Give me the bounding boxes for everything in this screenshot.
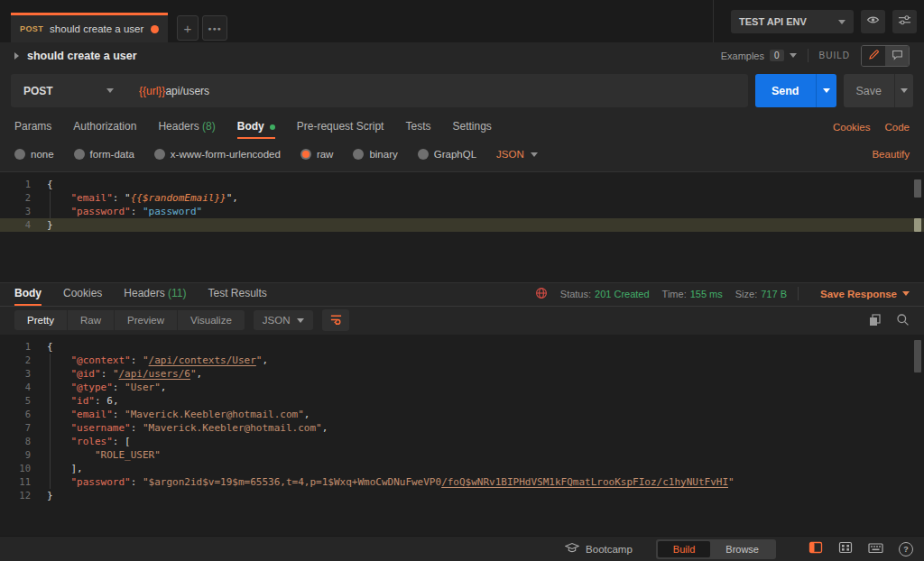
- code-line[interactable]: 7 "username": "Maverick.Keebler@hotmail.…: [0, 421, 924, 435]
- line-number: 3: [0, 205, 43, 218]
- caret-right-icon[interactable]: [14, 52, 19, 60]
- response-tab-headers[interactable]: Headers (11): [124, 282, 186, 306]
- scrollbar-thumb[interactable]: [914, 340, 921, 372]
- body-mode-label: x-www-form-urlencoded: [171, 149, 281, 160]
- request-tabs: ParamsAuthorizationHeaders (8)BodyPre-re…: [14, 115, 513, 139]
- url-path: api/users: [165, 85, 209, 97]
- request-tab-params[interactable]: Params: [14, 115, 51, 139]
- shortcuts-keyboard-icon[interactable]: [868, 541, 883, 557]
- request-tab-pre-request-script[interactable]: Pre-request Script: [297, 115, 384, 139]
- code-line[interactable]: 1{: [0, 178, 924, 191]
- code-line[interactable]: 11 "password": "$argon2id$v=19$m=65536,t…: [0, 475, 924, 489]
- request-tab-tests[interactable]: Tests: [405, 115, 430, 139]
- request-tab-headers[interactable]: Headers (8): [158, 115, 215, 139]
- edit-mode-button[interactable]: [862, 46, 885, 66]
- radio-icon: [300, 149, 311, 160]
- method-selector[interactable]: POST: [11, 85, 126, 97]
- code-content: {: [43, 178, 53, 191]
- environment-settings-button[interactable]: [892, 10, 917, 33]
- chevron-down-icon[interactable]: [790, 53, 797, 58]
- radio-icon: [418, 149, 429, 160]
- beautify-link[interactable]: Beautify: [872, 149, 910, 160]
- code-line[interactable]: 1{: [0, 340, 924, 354]
- bootcamp-button[interactable]: Bootcamp: [565, 542, 633, 556]
- code-line[interactable]: 2 "email": "{{$randomEmail}}",: [0, 191, 924, 205]
- scrollbar-thumb[interactable]: [914, 179, 921, 198]
- body-mode-raw[interactable]: raw: [300, 149, 334, 160]
- view-tab-raw[interactable]: Raw: [68, 310, 115, 330]
- cookies-link[interactable]: Cookies: [833, 122, 871, 133]
- request-tab[interactable]: POST should create a user: [11, 13, 168, 42]
- view-tab-pretty[interactable]: Pretty: [14, 310, 68, 330]
- request-tab-body[interactable]: Body: [237, 115, 275, 139]
- body-mode-label: binary: [369, 149, 397, 160]
- response-body-editor[interactable]: 1{2 "@context": "/api/contexts/User",3 "…: [0, 335, 924, 542]
- request-body-editor[interactable]: 1{2 "email": "{{$randomEmail}}",3 "passw…: [0, 171, 924, 283]
- url-input[interactable]: {{url}}api/users: [139, 85, 209, 97]
- code-line[interactable]: 3 "password": "password": [0, 205, 924, 218]
- response-tab-test-results[interactable]: Test Results: [208, 282, 267, 306]
- code-content: "email": "Maverick.Keebler@hotmail.com",: [43, 408, 310, 421]
- request-tab-settings[interactable]: Settings: [452, 115, 491, 139]
- browse-toggle-button[interactable]: Browse: [710, 541, 774, 557]
- send-button[interactable]: Send: [755, 74, 816, 107]
- tab-label: Headers: [124, 287, 164, 299]
- language-label: JSON: [496, 149, 524, 160]
- help-icon[interactable]: ?: [899, 542, 913, 556]
- save-button[interactable]: Save: [844, 74, 895, 107]
- two-pane-layout-icon[interactable]: [808, 541, 823, 557]
- panes-grid-icon[interactable]: [838, 541, 853, 557]
- code-line[interactable]: 4 "@type": "User",: [0, 381, 924, 394]
- body-mode-binary[interactable]: binary: [353, 149, 397, 160]
- environment-selector[interactable]: TEST API ENV: [731, 10, 854, 33]
- body-mode-label: GraphQL: [434, 149, 476, 160]
- examples-dropdown[interactable]: Examples: [721, 51, 764, 61]
- code-line[interactable]: 5 "id": 6,: [0, 394, 924, 408]
- code-link[interactable]: Code: [885, 122, 910, 133]
- more-tabs-button[interactable]: ●●●: [202, 15, 227, 41]
- response-tab-body[interactable]: Body: [14, 282, 42, 306]
- response-tab-cookies[interactable]: Cookies: [63, 282, 102, 306]
- response-language-selector[interactable]: JSON: [254, 310, 314, 330]
- comment-button[interactable]: [885, 46, 909, 66]
- code-content: "@id": "/api/users/6",: [43, 367, 202, 381]
- language-selector[interactable]: JSON: [496, 149, 538, 160]
- body-mode-graphql[interactable]: GraphQL: [418, 149, 476, 160]
- network-status-icon[interactable]: [535, 287, 548, 301]
- body-mode-x-www-form-urlencoded[interactable]: x-www-form-urlencoded: [154, 149, 281, 160]
- tab-label: Body: [14, 287, 42, 299]
- topbar-divider: [713, 0, 714, 42]
- code-line[interactable]: 10 ],: [0, 462, 924, 475]
- environment-quick-look-button[interactable]: [861, 10, 885, 33]
- request-tab-authorization[interactable]: Authorization: [73, 115, 136, 139]
- search-icon[interactable]: [896, 313, 910, 328]
- view-tab-preview[interactable]: Preview: [115, 310, 178, 330]
- code-line[interactable]: 2 "@context": "/api/contexts/User",: [0, 354, 924, 367]
- save-options-button[interactable]: [894, 74, 913, 107]
- code-line[interactable]: 12}: [0, 489, 924, 502]
- build-toggle-button[interactable]: Build: [658, 541, 710, 557]
- line-number: 1: [0, 178, 43, 191]
- code-line[interactable]: 4}: [0, 218, 924, 232]
- body-mode-form-data[interactable]: form-data: [74, 149, 134, 160]
- body-mode-none[interactable]: none: [14, 149, 54, 160]
- body-mode-label: form-data: [90, 149, 134, 160]
- code-line[interactable]: 9 "ROLE_USER": [0, 448, 924, 462]
- copy-icon[interactable]: [868, 313, 882, 328]
- code-content: "email": "{{$randomEmail}}",: [43, 191, 238, 205]
- build-mode-label: BUILD: [819, 51, 850, 60]
- unsaved-dot-icon: [151, 25, 159, 33]
- code-line[interactable]: 8 "roles": [: [0, 435, 924, 448]
- environment-name: TEST API ENV: [739, 16, 807, 27]
- send-button-group: Send: [755, 74, 836, 107]
- tab-title: should create a user: [50, 23, 145, 34]
- send-options-button[interactable]: [816, 74, 836, 107]
- code-content: "password": "$argon2id$v=19$m=65536,t=4,…: [43, 475, 735, 489]
- wrap-lines-button[interactable]: [322, 309, 349, 331]
- radio-icon: [14, 149, 25, 160]
- save-response-button[interactable]: Save Response: [820, 289, 910, 299]
- view-tab-visualize[interactable]: Visualize: [178, 310, 245, 330]
- code-line[interactable]: 3 "@id": "/api/users/6",: [0, 367, 924, 381]
- code-line[interactable]: 6 "email": "Maverick.Keebler@hotmail.com…: [0, 408, 924, 421]
- new-tab-button[interactable]: +: [177, 15, 199, 41]
